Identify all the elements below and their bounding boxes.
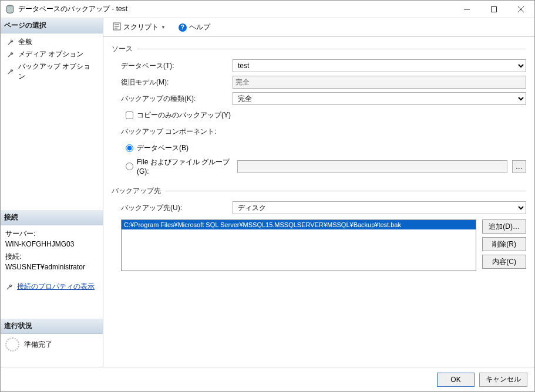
- sidebar-item-general[interactable]: 全般: [1, 36, 103, 48]
- wrench-icon: [6, 38, 15, 46]
- close-button[interactable]: [507, 1, 534, 18]
- connection-header: 接続: [1, 210, 103, 225]
- window-title: データベースのバックアップ - test: [18, 4, 453, 14]
- progress-spinner-icon: [5, 337, 19, 352]
- help-icon: ?: [179, 23, 187, 32]
- help-button[interactable]: ? ヘルプ: [175, 21, 214, 34]
- component-database-input[interactable]: [126, 144, 133, 152]
- filegroups-browse-button[interactable]: …: [512, 160, 526, 173]
- destination-list[interactable]: C:¥Program Files¥Microsoft SQL Server¥MS…: [121, 219, 476, 271]
- add-button[interactable]: 追加(D)…: [482, 219, 526, 234]
- backup-type-label: バックアップの種類(K):: [121, 94, 233, 104]
- copy-only-input[interactable]: [126, 111, 133, 119]
- database-label: データベース(T):: [121, 61, 233, 71]
- titlebar: データベースのバックアップ - test: [1, 1, 534, 18]
- copy-only-checkbox[interactable]: コピーのみのバックアップ(Y): [126, 110, 231, 120]
- connection-value: WSUSNET¥administrator: [5, 263, 98, 271]
- toolbar: スクリプト ▼ ? ヘルプ: [103, 18, 534, 37]
- recovery-model-label: 復旧モデル(M):: [121, 77, 233, 87]
- content: スクリプト ▼ ? ヘルプ ソース データベース(T): test 復旧モデル(…: [103, 18, 534, 367]
- backup-type-select[interactable]: 完全: [233, 92, 526, 105]
- destination-legend: バックアップ先: [112, 186, 161, 196]
- filegroups-field: [237, 160, 507, 173]
- svg-rect-2: [492, 6, 497, 12]
- wrench-icon: [5, 283, 14, 291]
- connection-properties-link[interactable]: 接続のプロパティの表示: [1, 278, 103, 295]
- minimize-button[interactable]: [453, 1, 480, 18]
- sidebar-item-media-options[interactable]: メディア オプション: [1, 48, 103, 60]
- component-files-input[interactable]: [126, 163, 133, 170]
- sidebar-item-label: バックアップ オプション: [18, 62, 97, 82]
- database-icon: [5, 5, 15, 14]
- connection-label: 接続:: [5, 252, 98, 262]
- wrench-icon: [6, 50, 15, 59]
- help-label: ヘルプ: [189, 22, 210, 32]
- window-controls: [453, 1, 534, 18]
- sidebar-item-label: 全般: [18, 37, 32, 47]
- component-database-label: データベース(B): [137, 143, 189, 153]
- progress-text: 準備完了: [24, 340, 52, 350]
- component-files-radio[interactable]: File およびファイル グループ(G):: [126, 157, 237, 175]
- source-legend: ソース: [112, 44, 133, 54]
- script-icon: [113, 22, 121, 32]
- contents-button[interactable]: 内容(C): [482, 255, 526, 269]
- component-files-label: File およびファイル グループ(G):: [137, 157, 237, 175]
- pages-header: ページの選択: [1, 18, 103, 33]
- chevron-down-icon: ▼: [161, 25, 166, 30]
- database-select[interactable]: test: [233, 59, 526, 72]
- component-label: バックアップ コンポーネント:: [121, 127, 233, 137]
- component-database-radio[interactable]: データベース(B): [126, 143, 189, 153]
- copy-only-label: コピーのみのバックアップ(Y): [137, 110, 231, 120]
- connection-properties-text[interactable]: 接続のプロパティの表示: [17, 282, 95, 292]
- maximize-button[interactable]: [480, 1, 507, 18]
- ok-button[interactable]: OK: [437, 373, 475, 387]
- recovery-model-field: [233, 76, 526, 89]
- destination-item[interactable]: C:¥Program Files¥Microsoft SQL Server¥MS…: [122, 220, 476, 229]
- sidebar-item-backup-options[interactable]: バックアップ オプション: [1, 60, 103, 83]
- footer: OK キャンセル: [1, 367, 534, 391]
- cancel-button[interactable]: キャンセル: [479, 373, 527, 387]
- backup-to-select[interactable]: ディスク: [233, 201, 526, 214]
- server-value: WIN-KOFGHHJMG03: [5, 240, 98, 248]
- remove-button[interactable]: 削除(R): [482, 237, 526, 251]
- sidebar: ページの選択 全般 メディア オプション バックアップ オプション 接続 サーバ…: [1, 18, 103, 367]
- script-button[interactable]: スクリプト ▼: [109, 21, 169, 34]
- script-label: スクリプト: [123, 22, 159, 32]
- source-group: ソース データベース(T): test 復旧モデル(M): バックアップの種類(…: [112, 44, 526, 178]
- wrench-icon: [6, 67, 15, 76]
- progress-header: 進行状況: [1, 319, 103, 334]
- destination-group: バックアップ先 バックアップ先(U): ディスク C:¥Program File…: [112, 186, 526, 271]
- server-label: サーバー:: [5, 229, 98, 239]
- sidebar-item-label: メディア オプション: [18, 49, 83, 59]
- backup-to-label: バックアップ先(U):: [121, 203, 233, 213]
